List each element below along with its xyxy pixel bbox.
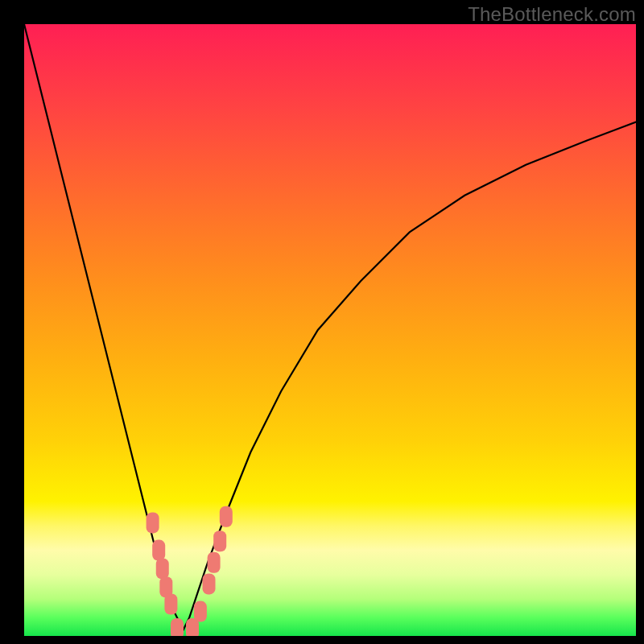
chart-frame: TheBottleneck.com	[0, 0, 644, 644]
curve-marker-4	[164, 593, 177, 614]
watermark-text: TheBottleneck.com	[468, 3, 636, 26]
curve-marker-10	[213, 530, 226, 551]
curve-marker-8	[203, 573, 216, 594]
curve-marker-1	[152, 540, 165, 561]
curve-marker-5	[171, 618, 184, 636]
curve-marker-7	[194, 601, 207, 622]
curves-svg	[24, 24, 636, 636]
curve-marker-2	[156, 558, 169, 579]
curve-right-branch	[184, 122, 636, 630]
plot-area	[24, 24, 636, 636]
curve-left-branch	[24, 24, 184, 630]
curve-marker-9	[208, 552, 221, 573]
curve-marker-11	[220, 506, 233, 527]
curve-marker-0	[147, 512, 159, 533]
